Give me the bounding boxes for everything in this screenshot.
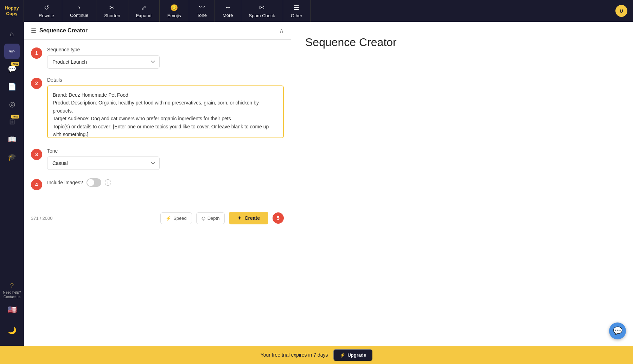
sidebar-item-darkmode[interactable]: 🌙	[4, 323, 20, 338]
upgrade-button[interactable]: ⚡ Upgrade	[333, 349, 372, 361]
panel-header: ☰ Sequence Creator ∧	[24, 22, 291, 40]
top-toolbar: Hoppy Copy ↺Rewrite›Continue✂Shorten⤢Exp…	[0, 0, 633, 22]
toolbar-actions: ↺Rewrite›Continue✂Shorten⤢Expand😊Emojis〰…	[24, 0, 615, 22]
step-5-badge: 5	[273, 212, 284, 224]
speed-button[interactable]: ⚡ Speed	[160, 212, 192, 224]
toggle-row: Include images? i	[47, 178, 284, 187]
more-label: More	[223, 13, 233, 18]
panel-header-left: ☰ Sequence Creator	[31, 27, 88, 34]
user-avatar[interactable]: U	[615, 5, 627, 17]
step-3-content: Tone Casual Formal Friendly Professional…	[47, 148, 284, 170]
left-sidebar: ⌂✏💬new📄◎⊞new📖🎓 ? Need help? Contact us 🇺…	[0, 22, 24, 346]
rewrite-icon: ↺	[44, 4, 49, 12]
sidebar-item-chat[interactable]: 💬new	[4, 61, 20, 77]
sidebar-item-courses[interactable]: 🎓	[4, 149, 20, 165]
sidebar-item-audience[interactable]: ◎	[4, 96, 20, 112]
emojis-icon: 😊	[170, 4, 178, 12]
toolbar-btn-shorten[interactable]: ✂Shorten	[96, 0, 128, 22]
tone-label: Tone	[47, 148, 284, 154]
tone-label: Tone	[197, 13, 207, 18]
right-panel-title: Sequence Creator	[305, 36, 619, 49]
chat-badge: new	[11, 62, 19, 66]
step-2-row: 2 Details Brand: Deez Homemade Pet Food …	[31, 77, 284, 140]
toolbar-btn-tone[interactable]: 〰Tone	[189, 0, 215, 22]
depth-button[interactable]: ◎ Depth	[196, 212, 225, 224]
sidebar-item-flag[interactable]: 🇺🇸	[4, 302, 20, 318]
toolbar-btn-spam_check[interactable]: ✉Spam Check	[241, 0, 283, 22]
info-icon[interactable]: i	[105, 179, 111, 186]
spam_check-label: Spam Check	[249, 13, 275, 18]
audience-icon: ◎	[9, 100, 15, 108]
document-icon: 📄	[8, 82, 17, 91]
continue-icon: ›	[78, 4, 80, 11]
left-panel: ☰ Sequence Creator ∧ 1 Sequence type Pro…	[24, 22, 291, 346]
hamburger-icon[interactable]: ☰	[31, 27, 36, 34]
toolbar-btn-more[interactable]: ↔More	[215, 0, 241, 22]
sidebar-bottom: ? Need help? Contact us 🇺🇸 🌙	[3, 282, 21, 346]
library-icon: 📖	[8, 135, 17, 143]
upgrade-icon: ⚡	[340, 352, 345, 358]
collapse-icon[interactable]: ∧	[279, 27, 284, 34]
rewrite-label: Rewrite	[39, 13, 54, 18]
details-textarea[interactable]: Brand: Deez Homemade Pet Food Product De…	[47, 85, 284, 138]
footer-actions: ⚡ Speed ◎ Depth ✦ Create 5	[160, 212, 284, 224]
emojis-label: Emojis	[167, 13, 181, 18]
step-2-badge: 2	[31, 78, 42, 89]
trial-message: Your free trial expires in 7 days	[261, 352, 328, 358]
tone-select[interactable]: Casual Formal Friendly Professional Play…	[47, 157, 160, 170]
create-icon: ✦	[237, 215, 242, 221]
sidebar-item-home[interactable]: ⌂	[4, 26, 20, 41]
sidebar-item-library[interactable]: 📖	[4, 132, 20, 147]
toolbar-btn-rewrite[interactable]: ↺Rewrite	[31, 0, 62, 22]
right-panel: Sequence Creator	[291, 22, 633, 346]
need-help[interactable]: ? Need help? Contact us	[3, 282, 21, 299]
details-label: Details	[47, 77, 284, 83]
toolbar-btn-other[interactable]: ☰Other	[283, 0, 311, 22]
sequence-type-select[interactable]: Product Launch Welcome Series Re-engagem…	[47, 55, 160, 69]
step-4-badge: 4	[31, 179, 42, 190]
app-logo[interactable]: Hoppy Copy	[0, 0, 24, 22]
depth-icon: ◎	[202, 216, 205, 221]
toolbar-btn-continue[interactable]: ›Continue	[62, 0, 96, 22]
shorten-icon: ✂	[109, 4, 115, 12]
step-1-badge: 1	[31, 47, 42, 59]
trial-bar: Your free trial expires in 7 days ⚡ Upgr…	[0, 346, 633, 364]
sidebar-item-edit[interactable]: ✏	[4, 44, 20, 59]
logo-line1: Hoppy	[5, 5, 19, 11]
chat-fab-button[interactable]: 💬	[609, 323, 626, 339]
sidebar-item-integrations[interactable]: ⊞new	[4, 114, 20, 129]
speed-icon: ⚡	[166, 216, 171, 221]
sidebar-item-document[interactable]: 📄	[4, 79, 20, 94]
include-images-label: Include images?	[47, 180, 83, 185]
expand-label: Expand	[136, 13, 152, 18]
step-2-content: Details Brand: Deez Homemade Pet Food Pr…	[47, 77, 284, 140]
upgrade-label: Upgrade	[347, 352, 366, 358]
toolbar-right: U	[615, 5, 633, 17]
more-icon: ↔	[225, 4, 231, 11]
step-4-row: 4 Include images? i	[31, 178, 284, 190]
main-layout: ⌂✏💬new📄◎⊞new📖🎓 ? Need help? Contact us 🇺…	[0, 22, 633, 346]
speed-label: Speed	[173, 216, 187, 221]
step-3-row: 3 Tone Casual Formal Friendly Profession…	[31, 148, 284, 170]
content-area: ☰ Sequence Creator ∧ 1 Sequence type Pro…	[24, 22, 633, 346]
step-1-row: 1 Sequence type Product Launch Welcome S…	[31, 47, 284, 69]
char-count: 371 / 2000	[31, 216, 52, 221]
step-1-content: Sequence type Product Launch Welcome Ser…	[47, 47, 284, 69]
panel-body: 1 Sequence type Product Launch Welcome S…	[24, 40, 291, 206]
panel-title: Sequence Creator	[39, 27, 88, 34]
continue-label: Continue	[70, 13, 88, 18]
expand-icon: ⤢	[141, 4, 146, 12]
other-icon: ☰	[294, 4, 299, 12]
spam_check-icon: ✉	[259, 4, 264, 12]
edit-icon: ✏	[9, 47, 15, 56]
include-images-toggle[interactable]	[87, 178, 101, 187]
integrations-icon: ⊞	[9, 117, 15, 126]
shorten-label: Shorten	[104, 13, 120, 18]
create-button[interactable]: ✦ Create	[229, 212, 268, 224]
depth-label: Depth	[207, 216, 220, 221]
toolbar-btn-emojis[interactable]: 😊Emojis	[160, 0, 189, 22]
toolbar-btn-expand[interactable]: ⤢Expand	[128, 0, 160, 22]
help-icon: ?	[3, 282, 21, 290]
tone-icon: 〰	[199, 4, 205, 11]
other-label: Other	[291, 13, 302, 18]
